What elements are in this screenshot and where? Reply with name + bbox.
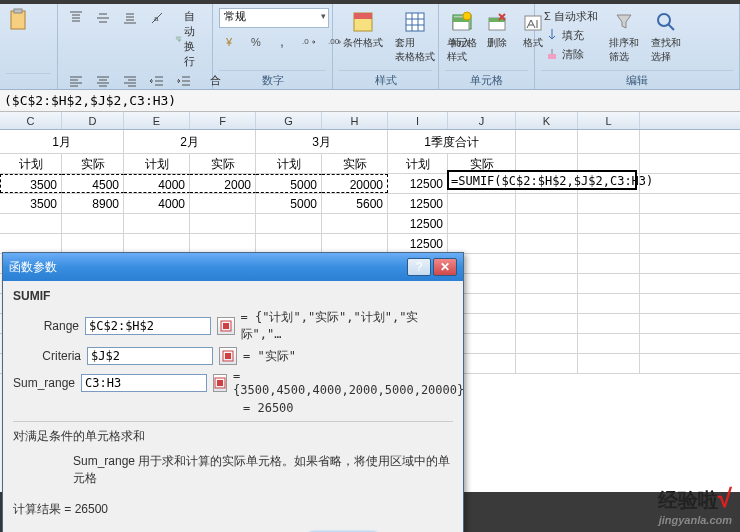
range-select-icon[interactable] [217, 317, 235, 335]
dialog-titlebar[interactable]: 函数参数 ? ✕ [3, 253, 463, 281]
align-right-icon[interactable] [118, 72, 142, 90]
cell[interactable]: 8900 [62, 194, 124, 213]
cell[interactable]: 12500 [388, 214, 448, 233]
cell[interactable]: 计划 [256, 154, 322, 173]
cell[interactable] [322, 234, 388, 253]
delete-button[interactable]: 删除 [481, 8, 513, 70]
align-center-icon[interactable] [91, 72, 115, 90]
indent-inc-icon[interactable] [172, 72, 196, 90]
insert-button[interactable]: 插入 [445, 8, 477, 70]
inc-decimal-icon[interactable]: .0 [297, 32, 321, 52]
cell[interactable]: 2月 [124, 130, 256, 153]
cond-format-button[interactable]: 条件格式 [339, 8, 387, 70]
cell[interactable]: 1月 [0, 130, 124, 153]
cell[interactable] [190, 234, 256, 253]
cell[interactable]: 计划 [388, 154, 448, 173]
cell[interactable]: 计划 [0, 154, 62, 173]
cell[interactable]: 5000 [256, 174, 322, 193]
cell[interactable] [124, 214, 190, 233]
cell[interactable]: 12500 [388, 194, 448, 213]
cell[interactable] [578, 314, 640, 333]
cell[interactable] [578, 334, 640, 353]
cell[interactable] [448, 234, 516, 253]
range-select-icon[interactable] [219, 347, 237, 365]
find-select-button[interactable]: 查找和 选择 [647, 8, 685, 70]
col-header[interactable]: K [516, 112, 578, 129]
cell[interactable] [516, 194, 578, 213]
cell[interactable]: 3月 [256, 130, 388, 153]
cell[interactable] [516, 234, 578, 253]
percent-icon[interactable]: % [245, 32, 269, 52]
cell[interactable] [516, 254, 578, 273]
cell[interactable] [516, 274, 578, 293]
cell[interactable] [62, 234, 124, 253]
cell[interactable] [322, 214, 388, 233]
cell[interactable]: 实际 [190, 154, 256, 173]
cell[interactable] [62, 214, 124, 233]
cell[interactable] [578, 194, 640, 213]
number-format-combo[interactable]: 常规 [219, 8, 329, 28]
arg-input[interactable] [87, 347, 213, 365]
col-header[interactable]: I [388, 112, 448, 129]
cell[interactable] [516, 334, 578, 353]
cell[interactable] [448, 214, 516, 233]
cell[interactable]: 实际 [62, 154, 124, 173]
cell[interactable]: 5600 [322, 194, 388, 213]
cell[interactable]: 12500 [388, 174, 448, 193]
cell[interactable] [578, 234, 640, 253]
cell[interactable]: 3500 [0, 194, 62, 213]
cell[interactable] [190, 214, 256, 233]
cell[interactable]: 实际 [322, 154, 388, 173]
cell[interactable]: 4500 [62, 174, 124, 193]
cell[interactable] [578, 214, 640, 233]
autosum-button[interactable]: Σ 自动求和 [541, 8, 601, 25]
cell[interactable] [256, 234, 322, 253]
col-header[interactable]: E [124, 112, 190, 129]
currency-icon[interactable]: ¥ [219, 32, 243, 52]
cell[interactable] [578, 354, 640, 373]
col-header[interactable]: C [0, 112, 62, 129]
range-select-icon[interactable] [213, 374, 227, 392]
cell[interactable]: 1季度合计 [388, 130, 516, 153]
cell[interactable]: 5000 [256, 194, 322, 213]
cell[interactable] [516, 354, 578, 373]
cell[interactable] [124, 234, 190, 253]
indent-dec-icon[interactable] [145, 72, 169, 90]
orientation-icon[interactable]: a [145, 8, 169, 70]
help-icon[interactable]: ? [407, 258, 431, 276]
align-bot-icon[interactable] [118, 8, 142, 70]
arg-input[interactable] [81, 374, 207, 392]
cell[interactable] [578, 294, 640, 313]
col-header[interactable]: G [256, 112, 322, 129]
col-header[interactable]: D [62, 112, 124, 129]
cell[interactable] [190, 194, 256, 213]
active-cell[interactable]: =SUMIF($C$2:$H$2,$J$2,C3:H3) [447, 170, 637, 190]
clear-button[interactable]: 清除 [541, 45, 601, 63]
col-header[interactable]: F [190, 112, 256, 129]
sort-filter-button[interactable]: 排序和 筛选 [605, 8, 643, 70]
cell[interactable]: 12500 [388, 234, 448, 253]
align-top-icon[interactable] [64, 8, 88, 70]
paste-icon[interactable] [6, 8, 30, 32]
cell[interactable] [578, 274, 640, 293]
cell[interactable] [516, 130, 578, 153]
cell[interactable] [516, 214, 578, 233]
cell[interactable] [0, 214, 62, 233]
comma-icon[interactable]: , [271, 32, 295, 52]
cell[interactable]: 20000 [322, 174, 388, 193]
align-mid-icon[interactable] [91, 8, 115, 70]
close-icon[interactable]: ✕ [433, 258, 457, 276]
align-left-icon[interactable] [64, 72, 88, 90]
cell[interactable] [578, 254, 640, 273]
fill-button[interactable]: 填充 [541, 26, 601, 44]
cell[interactable] [0, 234, 62, 253]
table-format-button[interactable]: 套用 表格格式 [391, 8, 439, 70]
col-header[interactable]: H [322, 112, 388, 129]
cell[interactable] [578, 130, 640, 153]
cell[interactable]: 4000 [124, 174, 190, 193]
cell[interactable]: 计划 [124, 154, 190, 173]
col-header[interactable]: L [578, 112, 640, 129]
cell[interactable] [516, 294, 578, 313]
formula-bar[interactable]: ($C$2:$H$2,$J$2,C3:H3) [0, 90, 740, 112]
wrap-text-button[interactable]: 自动换行 [172, 8, 207, 70]
